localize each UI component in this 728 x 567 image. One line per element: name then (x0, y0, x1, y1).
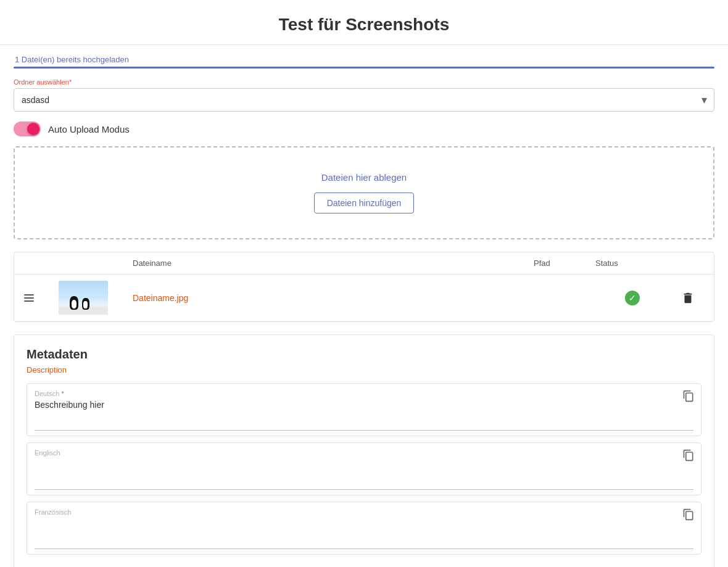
folder-select-section: Ordner auswählen* asdasd ▾ (14, 78, 714, 112)
meta-field-label-englisch: Englisch (35, 449, 693, 457)
hamburger-icon[interactable] (22, 292, 36, 304)
auto-upload-toggle[interactable] (14, 122, 41, 136)
page-title: Test für Screenshots (0, 0, 728, 45)
copy-icon-englisch[interactable] (682, 449, 695, 465)
file-thumbnail (59, 281, 108, 315)
drop-zone-text: Dateien hier ablegen (27, 172, 701, 183)
col-drag (22, 259, 59, 268)
folder-dropdown-wrapper: asdasd ▾ (14, 88, 714, 112)
col-actions (669, 259, 706, 268)
meta-field-deutsch: Deutsch * Beschreibung hier (27, 383, 701, 436)
field-bottom-line (35, 489, 693, 490)
meta-field-franzoesisch: Französisch (27, 502, 701, 555)
toggle-label: Auto Upload Modus (48, 124, 130, 135)
metadata-subtitle: Description (27, 365, 701, 375)
meta-field-label-franzoesisch: Französisch (35, 508, 693, 516)
meta-textarea-englisch[interactable] (35, 459, 693, 485)
toggle-thumb (27, 123, 39, 135)
file-name: Dateiname.jpg (133, 293, 534, 303)
status-icon: ✓ (595, 291, 669, 305)
trash-icon (681, 291, 695, 305)
drag-handle[interactable] (22, 292, 59, 304)
auto-upload-toggle-row: Auto Upload Modus (14, 122, 714, 136)
file-table-section: Dateiname Pfad Status (14, 252, 714, 322)
file-table-header: Dateiname Pfad Status (14, 252, 714, 275)
upload-status: 1 Datei(en) bereits hochgeladen (14, 55, 714, 64)
progress-bar (14, 67, 714, 68)
drop-zone[interactable]: Dateien hier ablegen Dateien hinzufügen (14, 146, 714, 239)
delete-button[interactable] (669, 291, 706, 305)
progress-bar-container (14, 67, 714, 68)
copy-icon-franzoesisch[interactable] (682, 508, 695, 524)
thumbnail-image (59, 281, 108, 315)
metadata-title: Metadaten (27, 347, 701, 362)
meta-field-englisch: Englisch (27, 442, 701, 495)
col-thumbnail (59, 259, 133, 268)
meta-textarea-deutsch[interactable]: Beschreibung hier (35, 400, 693, 426)
field-bottom-line (35, 548, 693, 549)
field-bottom-line (35, 430, 693, 431)
meta-textarea-franzoesisch[interactable] (35, 518, 693, 544)
folder-label: Ordner auswählen* (14, 78, 714, 86)
add-files-button[interactable]: Dateien hinzufügen (314, 192, 415, 213)
check-circle-icon: ✓ (625, 291, 640, 305)
folder-dropdown[interactable]: asdasd (14, 88, 714, 112)
metadata-section: Metadaten Description Deutsch * Beschrei… (14, 334, 714, 567)
col-path: Pfad (534, 259, 595, 268)
col-filename: Dateiname (133, 259, 534, 268)
table-row: Dateiname.jpg ✓ (14, 275, 714, 321)
col-status: Status (595, 259, 669, 268)
copy-icon-deutsch[interactable] (682, 390, 695, 405)
meta-field-label-deutsch: Deutsch * (35, 390, 693, 397)
